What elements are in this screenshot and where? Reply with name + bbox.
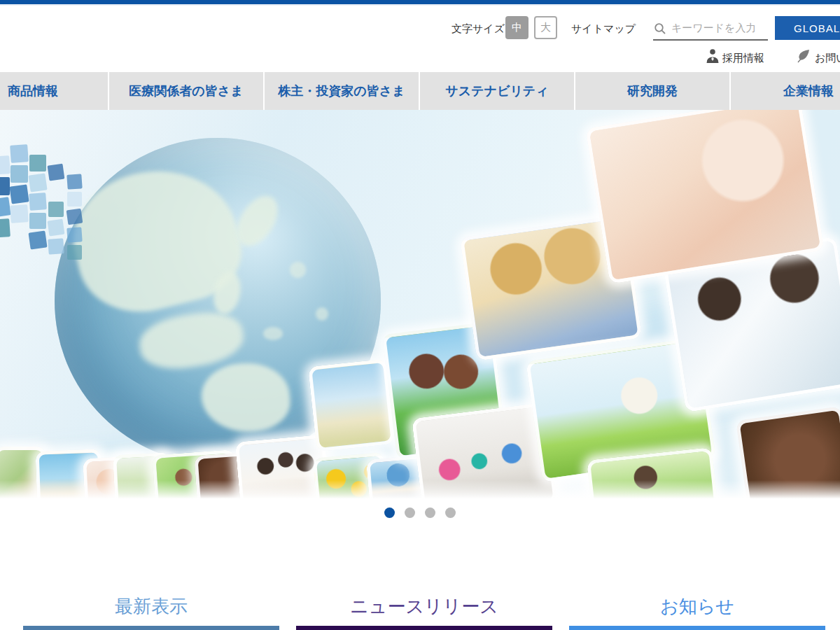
pharma-homepage: 文字サイズ 中 大 サイトマップ GLOBAL 採用情報 お問い合わせ 商品情報…: [0, 0, 840, 630]
mosaic-tile: [48, 238, 64, 255]
mosaic-tile: [48, 164, 65, 181]
search-icon: [654, 22, 666, 38]
recruit-link[interactable]: 採用情報: [722, 52, 764, 65]
nav-item-products[interactable]: 商品情報: [0, 72, 109, 110]
tab-latest-underline: [23, 626, 279, 630]
carousel-dot-1[interactable]: [384, 507, 395, 518]
global-site-button[interactable]: GLOBAL: [775, 16, 840, 40]
mosaic-tile: [48, 219, 65, 237]
tab-news-release-underline: [296, 626, 552, 630]
land-pacific-island: [316, 307, 329, 321]
search-input[interactable]: [670, 21, 768, 34]
mosaic-tile: [29, 155, 46, 172]
mosaic-tile: [0, 177, 10, 195]
nav-item-investors[interactable]: 株主・投資家の皆さま: [265, 72, 420, 110]
mosaic-tile: [48, 202, 64, 217]
mosaic-tile: [10, 205, 28, 223]
tab-notice[interactable]: お知らせ: [569, 590, 825, 630]
search-box: [653, 20, 768, 41]
mosaic-tile: [67, 245, 82, 260]
carousel-dots: [0, 507, 840, 518]
mosaic-tile: [29, 192, 46, 210]
hero-photo-girl-in-field: [308, 358, 395, 451]
global-nav: 商品情報 医療関係者の皆さま 株主・投資家の皆さま サステナビリティ 研究開発 …: [0, 72, 840, 110]
mosaic-tile: [9, 184, 29, 204]
hero-carousel: [0, 110, 840, 504]
land-australia: [199, 360, 291, 434]
mosaic-tile: [66, 209, 83, 225]
site-header: 文字サイズ 中 大 サイトマップ GLOBAL 採用情報 お問い合わせ: [0, 6, 840, 72]
mosaic-tile: [10, 165, 28, 183]
tab-latest[interactable]: 最新表示: [23, 590, 279, 630]
carousel-dot-4[interactable]: [445, 507, 456, 518]
mosaic-tile: [67, 192, 82, 206]
mosaic-tile: [0, 218, 10, 238]
land-southeast-asia: [136, 306, 247, 374]
leaf-icon: [796, 48, 811, 66]
font-size-label: 文字サイズ: [451, 22, 505, 36]
land-pacific-island: [290, 262, 306, 278]
tab-notice-underline: [569, 626, 825, 630]
tab-news-release[interactable]: ニュースリリース: [296, 590, 552, 630]
font-size-medium-button[interactable]: 中: [505, 16, 528, 39]
mosaic-tile: [28, 173, 47, 192]
tab-news-release-label: ニュースリリース: [350, 594, 498, 619]
nav-item-corporate[interactable]: 企業情報: [731, 72, 840, 110]
tab-notice-label: お知らせ: [660, 594, 734, 619]
mosaic-tile: [28, 231, 47, 250]
person-icon: [706, 48, 720, 66]
tab-latest-label: 最新表示: [115, 594, 188, 619]
news-tabs: 最新表示 ニュースリリース お知らせ: [23, 590, 825, 630]
font-size-large-button[interactable]: 大: [534, 16, 557, 39]
nav-item-rnd[interactable]: 研究開発: [575, 72, 731, 110]
mosaic-tile: [66, 174, 83, 190]
contact-link[interactable]: お問い合わせ: [815, 52, 840, 65]
nav-item-medical[interactable]: 医療関係者の皆さま: [109, 72, 265, 110]
land-new-guinea: [263, 327, 283, 340]
mosaic-tile: [29, 213, 46, 230]
carousel-dot-3[interactable]: [425, 507, 435, 518]
mosaic-tile: [66, 227, 83, 243]
nav-item-sustainability[interactable]: サステナビリティ: [420, 72, 575, 110]
sitemap-link[interactable]: サイトマップ: [571, 22, 636, 36]
mosaic-tile: [10, 144, 28, 162]
hero-bottom-fade: [0, 480, 840, 504]
carousel-dot-2[interactable]: [405, 507, 415, 518]
mosaic-tile: [0, 155, 10, 175]
